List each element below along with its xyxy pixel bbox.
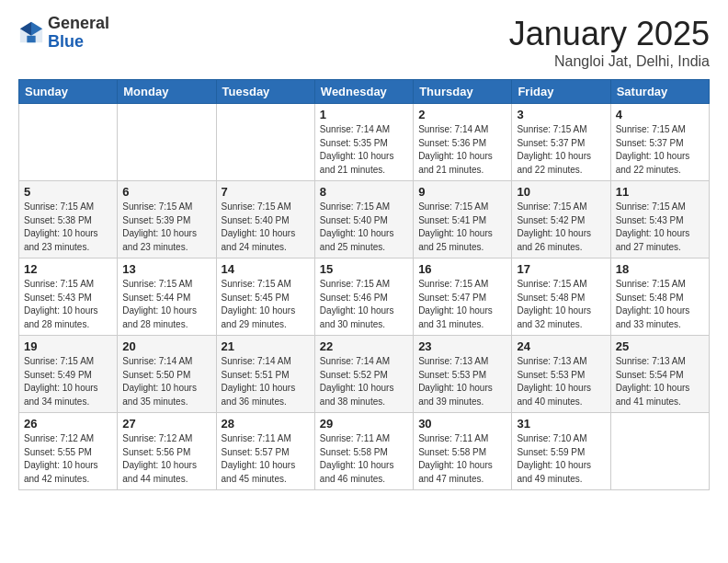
daylight-text: Daylight: 10 hours and 22 minutes. [517, 151, 591, 175]
week-row-3: 19 Sunrise: 7:15 AM Sunset: 5:49 PM Dayl… [19, 336, 710, 413]
sunset-text: Sunset: 5:48 PM [517, 293, 585, 303]
day-number: 1 [320, 108, 408, 121]
sunrise-text: Sunrise: 7:15 AM [122, 279, 192, 289]
day-cell: 20 Sunrise: 7:14 AM Sunset: 5:50 PM Dayl… [118, 336, 216, 413]
sunset-text: Sunset: 5:36 PM [418, 138, 486, 148]
day-cell: 30 Sunrise: 7:11 AM Sunset: 5:58 PM Dayl… [414, 413, 512, 490]
svg-rect-3 [27, 36, 35, 42]
day-info: Sunrise: 7:14 AM Sunset: 5:51 PM Dayligh… [222, 355, 310, 408]
day-info: Sunrise: 7:14 AM Sunset: 5:52 PM Dayligh… [320, 355, 408, 408]
sunrise-text: Sunrise: 7:15 AM [418, 201, 488, 212]
daylight-text: Daylight: 10 hours and 35 minutes. [122, 383, 197, 407]
sunset-text: Sunset: 5:43 PM [24, 293, 92, 303]
sunrise-text: Sunrise: 7:15 AM [320, 201, 390, 212]
day-number: 15 [320, 262, 408, 276]
sunrise-text: Sunrise: 7:15 AM [24, 356, 94, 366]
day-info: Sunrise: 7:14 AM Sunset: 5:50 PM Dayligh… [122, 355, 210, 408]
day-info: Sunrise: 7:14 AM Sunset: 5:36 PM Dayligh… [418, 123, 506, 177]
day-cell: 22 Sunrise: 7:14 AM Sunset: 5:52 PM Dayl… [314, 336, 413, 413]
day-cell: 31 Sunrise: 7:10 AM Sunset: 5:59 PM Dayl… [512, 413, 610, 490]
day-cell: 27 Sunrise: 7:12 AM Sunset: 5:56 PM Dayl… [118, 413, 216, 490]
sunset-text: Sunset: 5:53 PM [517, 370, 585, 380]
day-info: Sunrise: 7:15 AM Sunset: 5:37 PM Dayligh… [616, 123, 704, 177]
daylight-text: Daylight: 10 hours and 38 minutes. [320, 383, 394, 407]
sunrise-text: Sunrise: 7:14 AM [122, 356, 192, 366]
daylight-text: Daylight: 10 hours and 31 minutes. [418, 305, 493, 329]
day-cell: 26 Sunrise: 7:12 AM Sunset: 5:55 PM Dayl… [19, 413, 118, 490]
day-info: Sunrise: 7:15 AM Sunset: 5:47 PM Dayligh… [418, 278, 506, 331]
daylight-text: Daylight: 10 hours and 29 minutes. [222, 305, 296, 329]
day-number: 30 [418, 417, 506, 431]
sunset-text: Sunset: 5:37 PM [517, 138, 585, 148]
sunset-text: Sunset: 5:40 PM [222, 215, 290, 225]
sunrise-text: Sunrise: 7:15 AM [222, 201, 291, 212]
daylight-text: Daylight: 10 hours and 39 minutes. [418, 383, 493, 407]
sunset-text: Sunset: 5:50 PM [122, 370, 190, 380]
day-info: Sunrise: 7:15 AM Sunset: 5:40 PM Dayligh… [222, 201, 310, 254]
sunrise-text: Sunrise: 7:11 AM [222, 433, 291, 443]
day-cell: 12 Sunrise: 7:15 AM Sunset: 5:43 PM Dayl… [19, 259, 118, 336]
daylight-text: Daylight: 10 hours and 30 minutes. [320, 305, 394, 329]
day-cell: 7 Sunrise: 7:15 AM Sunset: 5:40 PM Dayli… [216, 181, 314, 259]
daylight-text: Daylight: 10 hours and 28 minutes. [122, 305, 197, 329]
sunset-text: Sunset: 5:40 PM [320, 215, 388, 225]
sunrise-text: Sunrise: 7:13 AM [616, 356, 686, 366]
daylight-text: Daylight: 10 hours and 42 minutes. [24, 460, 98, 484]
day-cell: 24 Sunrise: 7:13 AM Sunset: 5:53 PM Dayl… [512, 336, 610, 413]
sunrise-text: Sunrise: 7:15 AM [517, 124, 586, 134]
logo-text: General Blue [48, 15, 109, 52]
day-info: Sunrise: 7:15 AM Sunset: 5:41 PM Dayligh… [418, 201, 506, 254]
sunset-text: Sunset: 5:52 PM [320, 370, 388, 380]
day-info: Sunrise: 7:15 AM Sunset: 5:49 PM Dayligh… [24, 355, 112, 408]
day-info: Sunrise: 7:13 AM Sunset: 5:53 PM Dayligh… [418, 355, 506, 408]
header: General Blue January 2025 Nangloi Jat, D… [18, 15, 710, 70]
day-number: 2 [418, 108, 506, 121]
daylight-text: Daylight: 10 hours and 44 minutes. [122, 460, 197, 484]
sunrise-text: Sunrise: 7:11 AM [418, 433, 488, 443]
day-number: 14 [222, 262, 310, 276]
day-number: 23 [418, 339, 506, 353]
day-cell: 8 Sunrise: 7:15 AM Sunset: 5:40 PM Dayli… [314, 181, 413, 259]
sunset-text: Sunset: 5:39 PM [122, 215, 190, 225]
day-info: Sunrise: 7:15 AM Sunset: 5:43 PM Dayligh… [24, 278, 112, 331]
day-info: Sunrise: 7:15 AM Sunset: 5:38 PM Dayligh… [24, 201, 112, 254]
calendar-title: January 2025 [509, 15, 710, 53]
daylight-text: Daylight: 10 hours and 33 minutes. [616, 305, 690, 329]
day-number: 9 [418, 185, 506, 199]
daylight-text: Daylight: 10 hours and 40 minutes. [517, 383, 591, 407]
sunset-text: Sunset: 5:43 PM [616, 215, 684, 225]
daylight-text: Daylight: 10 hours and 46 minutes. [320, 460, 394, 484]
sunset-text: Sunset: 5:51 PM [222, 370, 290, 380]
week-row-0: 1 Sunrise: 7:14 AM Sunset: 5:35 PM Dayli… [19, 104, 710, 181]
day-info: Sunrise: 7:15 AM Sunset: 5:46 PM Dayligh… [320, 278, 408, 331]
sunset-text: Sunset: 5:53 PM [418, 370, 486, 380]
header-friday: Friday [512, 80, 610, 104]
day-info: Sunrise: 7:13 AM Sunset: 5:53 PM Dayligh… [517, 355, 605, 408]
daylight-text: Daylight: 10 hours and 21 minutes. [320, 151, 394, 175]
sunset-text: Sunset: 5:37 PM [616, 138, 684, 148]
sunrise-text: Sunrise: 7:11 AM [320, 433, 390, 443]
day-info: Sunrise: 7:15 AM Sunset: 5:48 PM Dayligh… [517, 278, 605, 331]
sunrise-text: Sunrise: 7:14 AM [320, 356, 390, 366]
day-info: Sunrise: 7:15 AM Sunset: 5:37 PM Dayligh… [517, 123, 605, 177]
day-info: Sunrise: 7:11 AM Sunset: 5:58 PM Dayligh… [320, 432, 408, 486]
logo: General Blue [18, 15, 109, 52]
sunset-text: Sunset: 5:58 PM [418, 447, 486, 457]
calendar-subtitle: Nangloi Jat, Delhi, India [509, 53, 710, 70]
daylight-text: Daylight: 10 hours and 41 minutes. [616, 383, 690, 407]
day-info: Sunrise: 7:15 AM Sunset: 5:45 PM Dayligh… [222, 278, 310, 331]
day-number: 22 [320, 339, 408, 353]
day-cell [610, 413, 709, 490]
header-saturday: Saturday [610, 80, 709, 104]
sunrise-text: Sunrise: 7:15 AM [122, 201, 192, 212]
sunset-text: Sunset: 5:46 PM [320, 293, 388, 303]
sunrise-text: Sunrise: 7:15 AM [616, 201, 686, 212]
header-monday: Monday [118, 80, 216, 104]
week-row-4: 26 Sunrise: 7:12 AM Sunset: 5:55 PM Dayl… [19, 413, 710, 490]
sunrise-text: Sunrise: 7:15 AM [517, 201, 586, 212]
sunrise-text: Sunrise: 7:15 AM [616, 124, 686, 134]
weekday-header-row: Sunday Monday Tuesday Wednesday Thursday… [19, 80, 710, 104]
sunset-text: Sunset: 5:35 PM [320, 138, 388, 148]
day-number: 18 [616, 262, 704, 276]
calendar-table: Sunday Monday Tuesday Wednesday Thursday… [18, 79, 710, 490]
